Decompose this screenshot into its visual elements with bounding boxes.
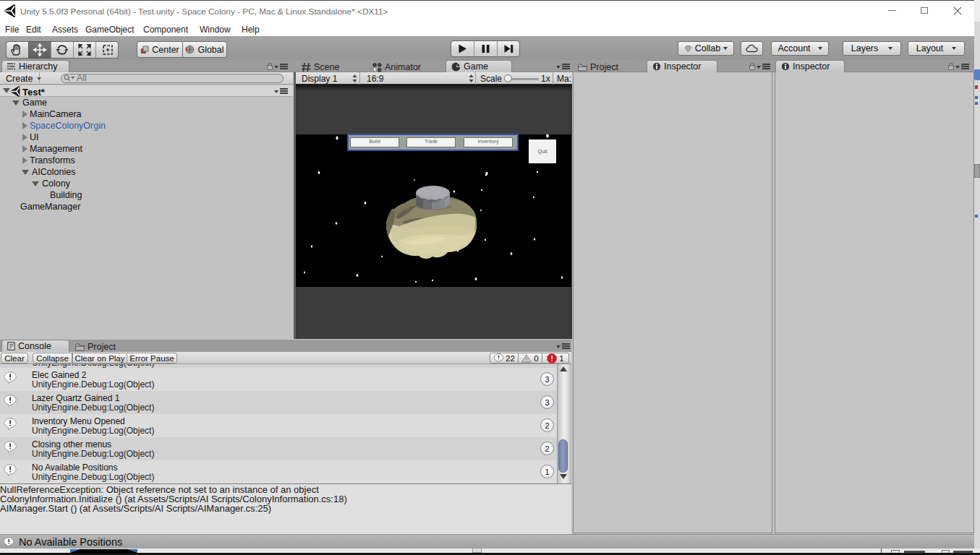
svg-text:Colon: Colon [428,199,438,203]
